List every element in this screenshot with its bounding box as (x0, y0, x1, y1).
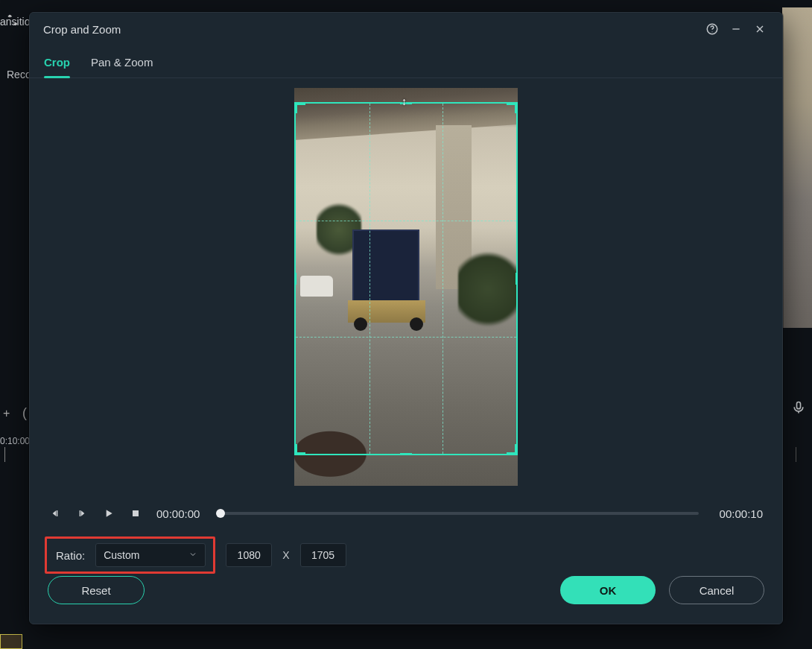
chevron-down-icon (188, 549, 197, 561)
playback-controls: 00:00:00 00:00:10 (30, 496, 782, 528)
ratio-label: Ratio: (56, 549, 85, 562)
video-frame[interactable]: ↕ (294, 88, 518, 486)
video-car (300, 276, 333, 297)
bg-right-preview (782, 7, 812, 328)
cancel-button[interactable]: Cancel (669, 576, 764, 604)
svg-rect-0 (797, 402, 801, 409)
step-back-button[interactable] (49, 507, 61, 519)
close-button[interactable] (748, 19, 772, 39)
crop-height-input[interactable]: 1705 (300, 543, 346, 567)
bg-tab-record: Reco (7, 69, 31, 80)
dialog-tabs: Crop Pan & Zoom (30, 45, 782, 78)
bg-timeline-clip (0, 634, 22, 649)
ratio-row: Ratio: Custom 1080 X 1705 (30, 528, 782, 572)
video-bush (458, 244, 518, 334)
video-truck-wheel (354, 317, 367, 331)
timecode-current: 00:00:00 (156, 507, 200, 520)
microphone-icon[interactable] (791, 400, 806, 418)
svg-rect-6 (57, 510, 57, 516)
bg-paren: ( (22, 405, 27, 421)
step-forward-button[interactable] (76, 507, 88, 519)
tab-pan-zoom[interactable]: Pan & Zoom (91, 56, 153, 77)
bg-plus: + (3, 407, 10, 420)
help-button[interactable] (700, 19, 724, 39)
svg-point-2 (711, 31, 712, 32)
bg-timeline-timecode: 0:10:00 (0, 436, 30, 446)
seek-slider[interactable] (221, 512, 698, 515)
ratio-select-value: Custom (104, 549, 139, 561)
stop-button[interactable] (130, 507, 142, 519)
video-truck-body (352, 229, 419, 304)
dimension-separator: X (282, 549, 289, 561)
play-button[interactable] (103, 507, 115, 519)
timecode-total: 00:00:10 (720, 507, 763, 520)
ratio-select[interactable]: Custom (95, 543, 206, 567)
ok-button[interactable]: OK (560, 576, 656, 604)
svg-rect-8 (133, 510, 139, 516)
bg-timeline-playhead (4, 447, 5, 462)
crop-width-input[interactable]: 1080 (226, 543, 272, 567)
svg-rect-7 (80, 510, 80, 516)
video-truck-wheel (410, 317, 423, 331)
crop-zoom-dialog: Crop and Zoom Crop Pan & Zoom (29, 12, 783, 624)
dialog-footer: Reset OK Cancel (30, 576, 782, 624)
bg-timeline-tick-right (796, 447, 812, 462)
dialog-title: Crop and Zoom (43, 23, 121, 36)
ratio-highlight: Ratio: Custom (45, 536, 215, 574)
seek-thumb[interactable] (216, 509, 225, 518)
dialog-titlebar: Crop and Zoom (30, 13, 782, 45)
minimize-button[interactable] (724, 19, 748, 39)
crop-preview-area: ↕ (30, 78, 782, 496)
tab-crop[interactable]: Crop (44, 56, 70, 77)
reset-button[interactable]: Reset (48, 576, 145, 604)
